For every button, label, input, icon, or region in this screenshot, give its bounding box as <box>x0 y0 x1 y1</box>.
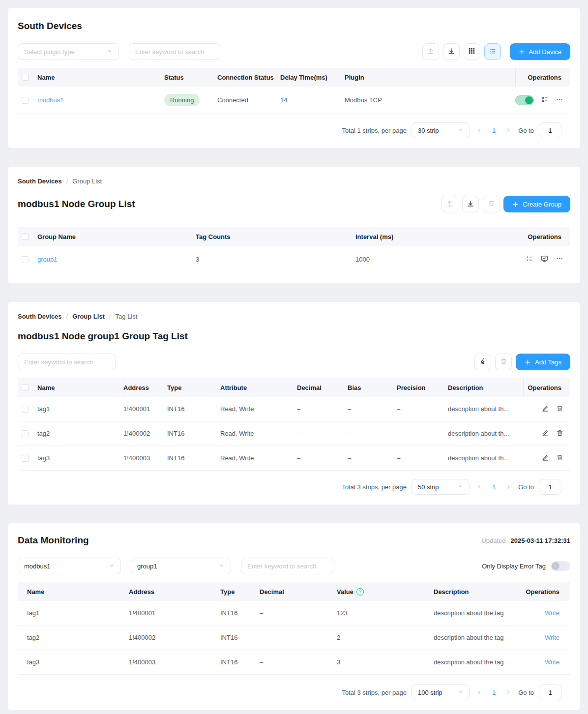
page-size-select[interactable]: 100 strip <box>412 684 470 700</box>
pagination-total-label: Total 1 strips, per page <box>342 127 407 134</box>
delete-button[interactable] <box>495 354 512 370</box>
upload-icon <box>427 47 435 57</box>
page-number[interactable]: 1 <box>489 689 499 696</box>
grid-view-icon <box>468 47 475 56</box>
status-badge: Running <box>164 94 200 106</box>
monitoring-pagination: Total 3 strips, per page 100 strip 1 Go … <box>18 684 570 700</box>
breadcrumb-tag-list: Tag List <box>116 313 138 320</box>
next-page-button[interactable] <box>503 689 513 695</box>
export-button[interactable] <box>462 196 479 212</box>
devices-pagination: Total 1 strips, per page 30 strip 1 Go t… <box>18 122 570 138</box>
prev-page-button[interactable] <box>474 689 484 695</box>
tag-type: INT16 <box>167 430 220 437</box>
card-view-button[interactable] <box>464 43 480 60</box>
goto-page-input[interactable] <box>539 684 561 700</box>
add-device-button[interactable]: Add Device <box>510 43 570 60</box>
monitoring-toolbar: modbus1 group1 Only Display Error Tag <box>18 558 570 574</box>
plugin-type-select[interactable]: Select plugin type <box>18 43 119 60</box>
monitor-search-input[interactable] <box>241 558 334 574</box>
tag-type: INT16 <box>167 454 220 462</box>
table-row: group1 3 1000 <box>18 246 570 273</box>
tag-name: tag2 <box>18 634 129 641</box>
breadcrumb-separator: / <box>109 313 111 320</box>
tag-name: tag1 <box>37 405 123 413</box>
write-link[interactable]: Write <box>545 609 559 617</box>
monitoring-table: Name Address Type Decimal Value ? Descri… <box>18 582 570 675</box>
trash-icon[interactable] <box>556 429 563 438</box>
page-size-value: 30 strip <box>418 127 439 134</box>
updated-label: Updated <box>481 537 505 544</box>
error-toggle-label: Only Display Error Tag <box>482 563 546 570</box>
more-icon[interactable] <box>556 255 563 264</box>
tag-counts-value: 3 <box>196 256 355 263</box>
create-group-button[interactable]: Create Group <box>503 196 570 212</box>
prev-page-button[interactable] <box>474 484 484 490</box>
prev-page-button[interactable] <box>474 127 484 133</box>
page-size-select[interactable]: 50 strip <box>412 479 470 495</box>
row-checkbox[interactable] <box>22 256 29 263</box>
group-select[interactable]: group1 <box>131 558 231 574</box>
row-checkbox[interactable] <box>22 406 29 413</box>
edit-icon[interactable] <box>541 404 549 414</box>
only-error-tag-toggle[interactable] <box>551 561 570 571</box>
data-monitoring-icon[interactable] <box>540 255 549 265</box>
write-link[interactable]: Write <box>545 658 559 666</box>
device-enabled-toggle[interactable] <box>515 95 534 105</box>
row-checkbox[interactable] <box>22 455 29 462</box>
export-button[interactable] <box>443 43 460 60</box>
delete-button[interactable] <box>483 196 500 212</box>
breadcrumb-group-list[interactable]: Group List <box>72 313 105 320</box>
table-row: tag1 1!400001 INT16 Read, Write – – – de… <box>18 397 570 421</box>
table-row: tag3 1!400003 INT16 – 3 description abou… <box>18 650 570 675</box>
breadcrumb-south-devices[interactable]: South Devices <box>18 178 62 185</box>
page-size-select[interactable]: 30 strip <box>412 122 470 138</box>
row-checkbox[interactable] <box>22 430 29 437</box>
plus-icon <box>519 49 525 55</box>
group-list-icon[interactable] <box>541 95 549 105</box>
help-icon[interactable]: ? <box>356 588 364 595</box>
import-button[interactable] <box>422 43 439 60</box>
col-operations: Operations <box>523 378 570 397</box>
import-button[interactable] <box>441 196 458 212</box>
list-view-button[interactable] <box>484 43 501 60</box>
tag-precision: – <box>397 405 448 413</box>
tag-description: description about th... <box>448 454 523 462</box>
tag-search-input[interactable] <box>18 354 116 370</box>
toggle-knob <box>525 96 533 104</box>
table-row: modbus1 Running Connected 14 Modbus TCP <box>18 87 570 114</box>
tag-name: tag1 <box>18 609 129 617</box>
tag-address: 1!400002 <box>123 430 167 437</box>
chevron-down-icon <box>453 483 463 491</box>
select-all-checkbox[interactable] <box>22 384 29 391</box>
page-number[interactable]: 1 <box>489 127 499 134</box>
select-all-checkbox[interactable] <box>22 74 29 81</box>
pagination-total-label: Total 3 strips, per page <box>342 483 407 491</box>
goto-page-input[interactable] <box>539 122 561 138</box>
row-checkbox[interactable] <box>22 97 29 104</box>
more-icon[interactable] <box>556 95 563 105</box>
trash-icon[interactable] <box>556 454 563 463</box>
col-connection-status: Connection Status <box>217 74 280 81</box>
connection-status-value: Connected <box>217 96 280 104</box>
edit-icon[interactable] <box>541 429 549 438</box>
add-tags-button[interactable]: Add Tags <box>516 354 570 370</box>
breadcrumb-south-devices[interactable]: South Devices <box>18 313 62 320</box>
group-name-link[interactable]: group1 <box>37 256 57 263</box>
goto-page-input[interactable] <box>539 479 561 495</box>
write-link[interactable]: Write <box>545 634 559 641</box>
device-search-input[interactable] <box>129 43 220 60</box>
tag-list-icon[interactable] <box>526 255 533 264</box>
col-bias: Bias <box>348 384 397 391</box>
next-page-button[interactable] <box>503 484 513 490</box>
edit-icon[interactable] <box>541 453 549 463</box>
trash-icon <box>488 200 495 208</box>
page-number[interactable]: 1 <box>489 483 499 491</box>
clear-tags-button[interactable] <box>474 354 491 370</box>
node-select[interactable]: modbus1 <box>18 558 121 574</box>
next-page-button[interactable] <box>503 127 513 133</box>
device-name-link[interactable]: modbus1 <box>37 96 63 104</box>
col-status: Status <box>164 74 217 81</box>
select-all-checkbox[interactable] <box>22 233 29 240</box>
trash-icon[interactable] <box>556 405 563 414</box>
goto-label: Go to <box>518 483 534 491</box>
